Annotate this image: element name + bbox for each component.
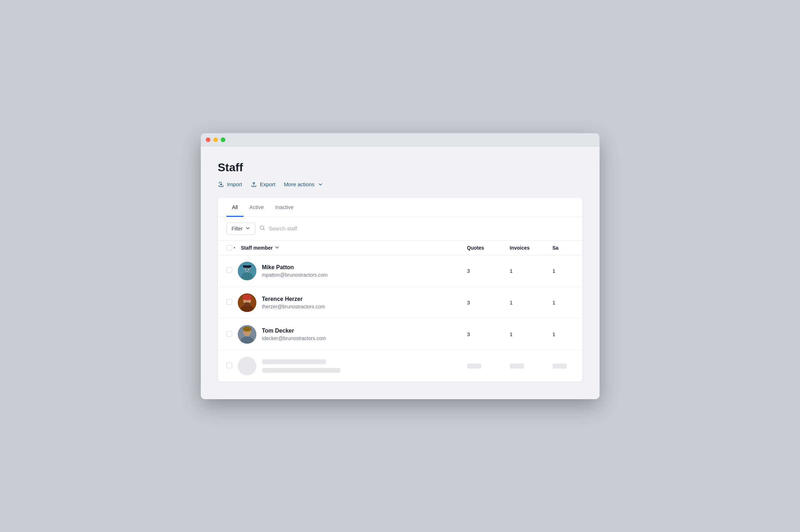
staff-details-skeleton [262, 359, 340, 373]
invoices-skeleton [510, 364, 524, 369]
app-window: Staff Import Export [201, 133, 600, 399]
svg-point-14 [244, 302, 250, 306]
staff-info-1: Mike Patton mpatton@brunostractors.com [238, 262, 467, 280]
export-icon [251, 181, 257, 188]
row-1-invoices: 1 [510, 268, 553, 274]
import-button[interactable]: Import [218, 181, 242, 188]
filter-chevron-icon [246, 226, 250, 231]
tab-all[interactable]: All [226, 198, 244, 217]
staff-info-2: Terence Herzer therzer@brunostractors.co… [238, 293, 467, 312]
row-3-quotes: 3 [467, 331, 510, 337]
row-1-checkbox[interactable] [226, 267, 232, 273]
more-actions-label: More actions [284, 181, 314, 187]
name-skeleton [262, 359, 326, 364]
tab-active[interactable]: Active [244, 198, 270, 217]
staff-details-3: Tom Decker tdecker@brunostractors.com [262, 328, 326, 341]
avatar-3 [238, 325, 256, 344]
table-row: Tom Decker tdecker@brunostractors.com 3 … [218, 319, 582, 350]
maximize-button[interactable] [221, 137, 225, 142]
staff-email-1: mpatton@brunostractors.com [262, 272, 328, 278]
row-4-invoices-skeleton [510, 364, 553, 369]
row-2-invoices: 1 [510, 299, 553, 306]
column-sales: Sa [553, 245, 574, 251]
row-3-invoices: 1 [510, 331, 553, 337]
staff-sort-icon[interactable] [275, 245, 279, 251]
export-button[interactable]: Export [251, 181, 275, 188]
more-actions-button[interactable]: More actions [284, 181, 324, 188]
row-checkbox-1 [226, 267, 232, 275]
staff-details-2: Terence Herzer therzer@brunostractors.co… [262, 296, 325, 309]
titlebar [201, 133, 600, 147]
filter-label: Filter [232, 226, 243, 231]
search-icon [260, 225, 265, 232]
staff-email-3: tdecker@brunostractors.com [262, 335, 326, 341]
column-quotes: Quotes [467, 245, 510, 251]
svg-rect-5 [243, 265, 251, 267]
row-1-sales: 1 [553, 268, 574, 274]
row-2-quotes: 3 [467, 299, 510, 306]
staff-info-3: Tom Decker tdecker@brunostractors.com [238, 325, 467, 344]
chevron-down-icon [317, 181, 324, 188]
table-row: Mike Patton mpatton@brunostractors.com 3… [218, 255, 582, 287]
row-4-checkbox[interactable] [226, 363, 232, 368]
import-icon [218, 181, 224, 188]
avatar-2 [238, 293, 256, 312]
filter-button[interactable]: Filter [226, 223, 255, 235]
page-content: Staff Import Export [201, 147, 600, 396]
export-label: Export [260, 181, 275, 187]
staff-name-1: Mike Patton [262, 264, 328, 271]
search-input[interactable] [269, 225, 574, 231]
filter-row: Filter [218, 217, 582, 241]
table-row-skeleton [218, 350, 582, 382]
row-4-sales-skeleton [553, 364, 574, 369]
svg-point-18 [243, 327, 251, 332]
tab-bar: All Active Inactive [218, 198, 582, 217]
row-checkbox-3 [226, 331, 232, 338]
row-2-checkbox[interactable] [226, 299, 232, 305]
avatar-skeleton [238, 357, 256, 375]
select-all-container: ▾ [226, 245, 235, 251]
staff-email-2: therzer@brunostractors.com [262, 304, 325, 309]
close-button[interactable] [206, 137, 210, 142]
row-3-checkbox[interactable] [226, 331, 232, 337]
email-skeleton [262, 368, 340, 373]
search-container [260, 225, 574, 232]
staff-card: All Active Inactive Filter [218, 198, 582, 382]
row-3-sales: 1 [553, 331, 574, 337]
staff-name-2: Terence Herzer [262, 296, 325, 302]
row-2-sales: 1 [553, 299, 574, 306]
svg-rect-13 [243, 298, 251, 300]
minimize-button[interactable] [213, 137, 218, 142]
toolbar: Import Export More actions [218, 181, 582, 188]
table-body: Mike Patton mpatton@brunostractors.com 3… [218, 255, 582, 382]
staff-info-skeleton [238, 357, 467, 375]
staff-details-1: Mike Patton mpatton@brunostractors.com [262, 264, 328, 278]
tab-inactive[interactable]: Inactive [270, 198, 299, 217]
row-4-quotes-skeleton [467, 364, 510, 369]
staff-name-3: Tom Decker [262, 328, 326, 334]
row-1-quotes: 3 [467, 268, 510, 274]
table-header: ▾ Staff member Quotes Invoices Sa [218, 241, 582, 255]
select-all-checkbox[interactable] [226, 245, 232, 251]
page-title: Staff [218, 161, 582, 174]
select-chevron-icon[interactable]: ▾ [234, 246, 235, 250]
column-invoices: Invoices [510, 245, 553, 251]
sales-skeleton [553, 364, 567, 369]
quotes-skeleton [467, 364, 481, 369]
row-checkbox-2 [226, 299, 232, 306]
table-row: Terence Herzer therzer@brunostractors.co… [218, 287, 582, 319]
row-checkbox-4 [226, 363, 232, 370]
avatar-1 [238, 262, 256, 280]
column-staff-member: Staff member [241, 245, 467, 251]
import-label: Import [227, 181, 242, 187]
